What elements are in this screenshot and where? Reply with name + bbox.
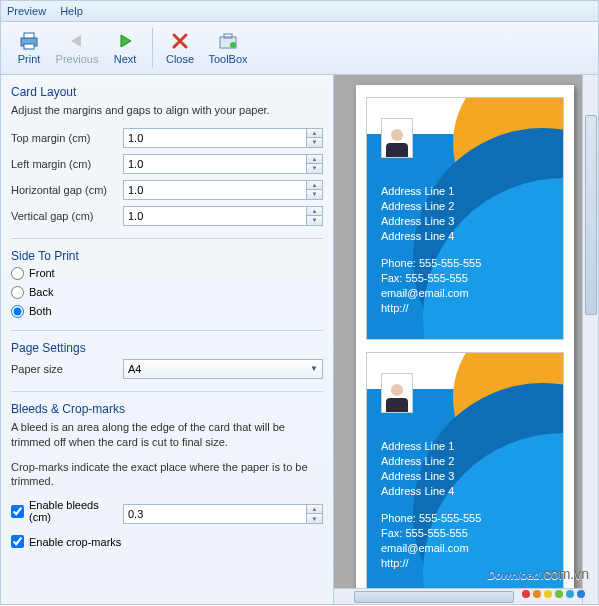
card-layout-desc: Adjust the margins and gaps to align wit… [11, 103, 323, 118]
hgap-spinner[interactable]: ▲▼ [123, 180, 323, 200]
menu-help[interactable]: Help [60, 5, 83, 17]
hgap-input[interactable] [124, 181, 306, 199]
card-address: Address Line 1Address Line 2Address Line… [381, 439, 454, 498]
close-button[interactable]: Close [156, 24, 204, 72]
vertical-scrollbar[interactable] [582, 75, 598, 604]
settings-panel: Card Layout Adjust the margins and gaps … [0, 75, 334, 605]
preview-pane: Address Line 1Address Line 2Address Line… [334, 75, 599, 605]
vgap-label: Vertical gap (cm) [11, 210, 123, 222]
paper-size-label: Paper size [11, 363, 123, 375]
top-margin-label: Top margin (cm) [11, 132, 123, 144]
watermark-dots [522, 590, 585, 598]
bleeds-desc2: Crop-marks indicate the exact place wher… [11, 460, 323, 490]
watermark: Download.com.vn [487, 562, 589, 584]
vgap-input[interactable] [124, 207, 306, 225]
left-margin-label: Left margin (cm) [11, 158, 123, 170]
radio-front-label: Front [29, 267, 55, 279]
printer-icon [17, 31, 41, 51]
close-icon [168, 31, 192, 51]
bleeds-input[interactable] [124, 505, 306, 523]
card-layout-title: Card Layout [11, 85, 323, 99]
print-button[interactable]: Print [5, 24, 53, 72]
side-to-print-title: Side To Print [11, 249, 323, 263]
vgap-spinner[interactable]: ▲▼ [123, 206, 323, 226]
hgap-label: Horizontal gap (cm) [11, 184, 123, 196]
paper-size-combo[interactable]: A4▼ [123, 359, 323, 379]
card-address: Address Line 1Address Line 2Address Line… [381, 184, 454, 243]
toolbox-icon [216, 31, 240, 51]
bleeds-spinner[interactable]: ▲▼ [123, 504, 323, 524]
toolbar: Print Previous Next Close ToolBox [0, 22, 599, 75]
avatar [381, 373, 413, 413]
menu-bar: Preview Help [0, 0, 599, 22]
spin-arrows[interactable]: ▲▼ [306, 129, 322, 147]
arrow-left-icon [65, 31, 89, 51]
scrollbar-thumb[interactable] [585, 115, 597, 315]
next-button[interactable]: Next [101, 24, 149, 72]
radio-both-label: Both [29, 305, 52, 317]
svg-rect-2 [24, 44, 34, 49]
radio-back[interactable] [11, 286, 24, 299]
left-margin-input[interactable] [124, 155, 306, 173]
menu-preview[interactable]: Preview [7, 5, 46, 17]
preview-page: Address Line 1Address Line 2Address Line… [356, 85, 574, 605]
top-margin-input[interactable] [124, 129, 306, 147]
scrollbar-thumb[interactable] [354, 591, 514, 603]
card-contact: Phone: 555-555-555Fax: 555-555-555email@… [381, 511, 481, 570]
toolbox-button[interactable]: ToolBox [204, 24, 252, 72]
toolbar-separator [152, 28, 153, 68]
enable-bleeds-label: Enable bleeds (cm) [29, 499, 123, 523]
radio-back-label: Back [29, 286, 53, 298]
card-contact: Phone: 555-555-555Fax: 555-555-555email@… [381, 256, 481, 315]
enable-crop-check[interactable] [11, 535, 24, 548]
card-preview: Address Line 1Address Line 2Address Line… [366, 97, 564, 340]
avatar [381, 118, 413, 158]
radio-both[interactable] [11, 305, 24, 318]
radio-front[interactable] [11, 267, 24, 280]
left-margin-spinner[interactable]: ▲▼ [123, 154, 323, 174]
top-margin-spinner[interactable]: ▲▼ [123, 128, 323, 148]
bleeds-desc1: A bleed is an area along the edge of the… [11, 420, 323, 450]
bleeds-title: Bleeds & Crop-marks [11, 402, 323, 416]
enable-crop-label: Enable crop-marks [29, 536, 121, 548]
card-preview: Address Line 1Address Line 2Address Line… [366, 352, 564, 595]
arrow-right-icon [113, 31, 137, 51]
page-settings-title: Page Settings [11, 341, 323, 355]
svg-point-5 [230, 42, 236, 48]
previous-button: Previous [53, 24, 101, 72]
svg-rect-1 [24, 33, 34, 38]
enable-bleeds-check[interactable] [11, 505, 24, 518]
chevron-down-icon: ▼ [310, 364, 318, 373]
